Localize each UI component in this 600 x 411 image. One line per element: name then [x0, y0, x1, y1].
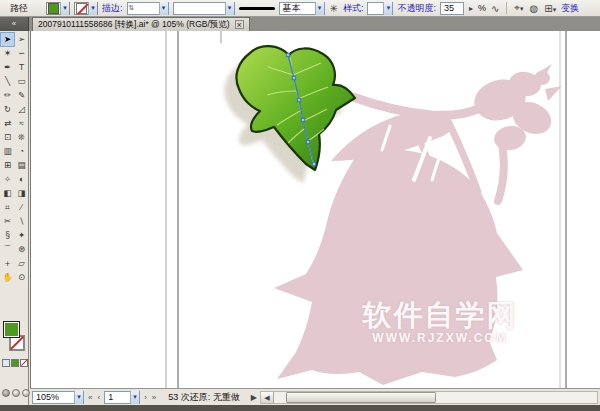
variable-width-dropdown[interactable]: ▾ [173, 2, 235, 15]
pie-graph-tool[interactable]: ◔ [15, 145, 28, 158]
tab-bar: « 2007910111558686 [转换].ai* @ 105% (RGB/… [0, 17, 600, 31]
chevron-down-icon[interactable]: ▾ [225, 2, 234, 15]
chevron-down-icon[interactable]: ▾ [130, 391, 139, 404]
chevron-down-icon[interactable]: ▾ [88, 2, 97, 15]
zoom-tool[interactable]: ⊙ [15, 271, 28, 284]
next-page-button[interactable]: › [143, 393, 148, 402]
polar-grid-tool[interactable]: ⊛ [15, 243, 28, 256]
status-bar: 105% ▾ « ‹ 1 ▾ › » 53 次还原: 无重做 ▶ ◀ [30, 388, 600, 405]
zoom-level-dropdown[interactable]: 105% ▾ [32, 391, 84, 404]
eyedropper-tool[interactable]: ✧ [1, 173, 14, 186]
chevron-down-icon[interactable]: ▾ [159, 2, 168, 15]
selection-tool[interactable]: ➤ [1, 33, 14, 46]
dock-collapse-button[interactable]: « [0, 17, 29, 31]
status-popout-button[interactable]: ▶ [251, 393, 257, 402]
fill-color-dropdown[interactable]: ▾ [46, 2, 70, 15]
mesh-tool[interactable]: ⊞ [1, 159, 14, 172]
opacity-value-field[interactable]: 35 [440, 2, 464, 15]
gradient-mode-button[interactable] [11, 359, 19, 367]
lasso-tool[interactable]: ∽ [15, 47, 28, 60]
free-transform-tool[interactable]: ⊡ [1, 131, 14, 144]
measure-tool[interactable]: ＋ [1, 257, 14, 270]
star-tool[interactable]: ✦ [15, 229, 28, 242]
slice-tool[interactable]: ∕ [15, 201, 28, 214]
tool-palette: ➤➢✶∽✒T╲▭✏✎↻◿⇄≈⊡❊▥◔⊞▤✧◐◧◨⌗∕✂∖§✦⌒⊛＋▱✋⊙ [0, 31, 29, 405]
scale-tool[interactable]: ◿ [15, 103, 28, 116]
brush-definition-dropdown[interactable]: 基本 ▾ [279, 2, 325, 15]
symbol-sprayer-tool[interactable]: ❊ [15, 131, 28, 144]
hand-tool[interactable]: ✋ [1, 271, 14, 284]
color-mode-button[interactable] [2, 359, 10, 367]
transform-link[interactable]: 变换 [561, 2, 579, 15]
stroke-weight-stepper[interactable]: ⇅ ▾ [127, 2, 169, 15]
style-label[interactable]: 样式: [343, 2, 364, 15]
undo-status-text: 53 次还原: 无重做 [160, 391, 248, 404]
close-icon[interactable]: × [235, 20, 244, 29]
stroke-weight-label[interactable]: 描边: [102, 2, 123, 15]
recolor-artwork-icon[interactable]: ◍ [529, 3, 540, 14]
magic-wand-tool[interactable]: ✶ [1, 47, 14, 60]
previous-page-button[interactable]: ‹ [96, 393, 101, 402]
fullscreen-mode-button[interactable] [22, 389, 30, 397]
fullscreen-menu-mode-button[interactable] [12, 389, 20, 397]
isolate-blending-icon[interactable]: ∿ [490, 3, 500, 14]
live-paint-bucket-tool[interactable]: ◧ [1, 187, 14, 200]
chevron-down-icon[interactable]: ▾ [315, 2, 324, 15]
blend-tool[interactable]: ◐ [15, 173, 28, 186]
style-dropdown[interactable]: ▾ [367, 2, 393, 15]
document-tab[interactable]: 2007910111558686 [转换].ai* @ 105% (RGB/预览… [32, 17, 250, 31]
screen-mode-buttons [2, 389, 30, 397]
chevron-down-icon[interactable]: ▾ [383, 2, 392, 15]
fill-stroke-indicator [0, 319, 29, 371]
fill-color-swatch[interactable] [48, 3, 59, 14]
divider [506, 2, 507, 14]
standard-screen-mode-button[interactable] [2, 389, 10, 397]
reflect-tool[interactable]: ⇄ [1, 117, 14, 130]
crop-area-tool[interactable]: ⌗ [1, 201, 14, 214]
watermark: 软件自学网 WWW.RJZXW.COM [357, 299, 523, 345]
fill-indicator-swatch[interactable] [3, 321, 20, 338]
column-graph-tool[interactable]: ▥ [1, 145, 14, 158]
stroke-none-swatch[interactable] [76, 3, 87, 14]
align-icon[interactable]: ⊞▾ [543, 3, 557, 14]
illustrator-window: 路径 ▾ ▾ 描边: ⇅ ▾ ▾ 基本 ▾ ✳ 样式: ▾ 不透明度: [0, 0, 600, 411]
first-page-button[interactable]: « [87, 393, 93, 402]
warp-tool[interactable]: ≈ [15, 117, 28, 130]
control-bar: 路径 ▾ ▾ 描边: ⇅ ▾ ▾ 基本 ▾ ✳ 样式: ▾ 不透明度: [0, 0, 600, 17]
last-page-button[interactable]: » [151, 393, 157, 402]
stepper-arrows-icon[interactable]: ⇅ [128, 4, 136, 12]
page-tool[interactable]: ▱ [15, 257, 28, 270]
scissors-tool[interactable]: ✂ [1, 215, 14, 228]
direct-selection-tool[interactable]: ➢ [15, 33, 28, 46]
paintbrush-tool[interactable]: ✏ [1, 89, 14, 102]
opacity-spinner-icon[interactable]: ▸ [468, 4, 474, 13]
scroll-left-icon[interactable]: ◀ [261, 392, 274, 403]
opacity-label[interactable]: 不透明度: [397, 2, 436, 15]
scrollbar-thumb[interactable] [286, 392, 436, 403]
window-bottom-edge [0, 405, 600, 411]
none-mode-button[interactable] [20, 359, 28, 367]
select-similar-icon[interactable]: ⌖▾ [513, 2, 524, 14]
knife-tool[interactable]: ∖ [15, 215, 28, 228]
gradient-tool[interactable]: ▤ [15, 159, 28, 172]
watermark-site-url: WWW.RJZXW.COM [357, 331, 523, 345]
arc-tool[interactable]: ⌒ [1, 243, 14, 256]
rotate-tool[interactable]: ↻ [1, 103, 14, 116]
rectangle-tool[interactable]: ▭ [15, 75, 28, 88]
pencil-tool[interactable]: ✎ [15, 89, 28, 102]
line-segment-tool[interactable]: ╲ [1, 75, 14, 88]
document-canvas[interactable]: 软件自学网 WWW.RJZXW.COM [30, 31, 600, 388]
chevron-down-icon[interactable]: ▾ [60, 2, 69, 15]
page-number-dropdown[interactable]: 1 ▾ [104, 391, 140, 404]
chevron-down-icon[interactable]: ▾ [74, 391, 83, 404]
spiral-tool[interactable]: § [1, 229, 14, 242]
object-type-label: 路径 [4, 2, 42, 15]
opacity-unit-label: % [478, 3, 486, 13]
type-tool[interactable]: T [15, 61, 28, 74]
watermark-site-name: 软件自学网 [357, 299, 523, 331]
stroke-color-dropdown[interactable]: ▾ [74, 2, 98, 15]
pen-tool[interactable]: ✒ [1, 61, 14, 74]
live-paint-selection-tool[interactable]: ◨ [15, 187, 28, 200]
brush-options-icon[interactable]: ✳ [329, 3, 339, 14]
horizontal-scrollbar[interactable]: ◀ [260, 391, 598, 404]
